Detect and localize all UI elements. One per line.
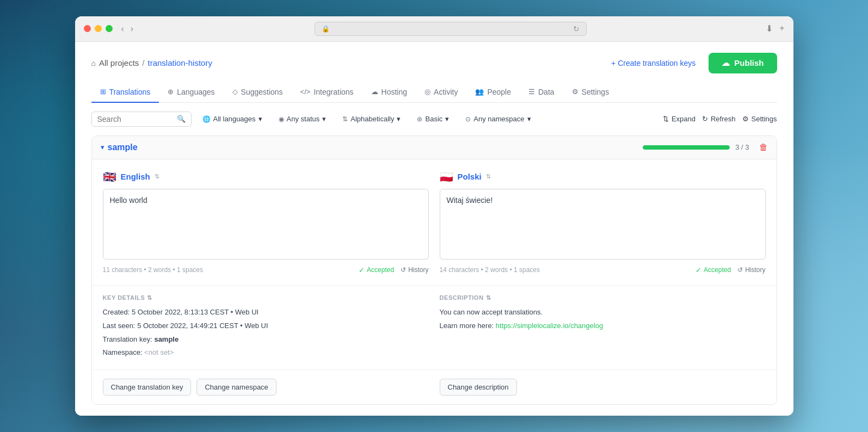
download-icon[interactable]: ⬇ bbox=[766, 23, 773, 34]
english-history-link[interactable]: ↺ History bbox=[401, 266, 428, 274]
data-tab-icon: ☰ bbox=[528, 88, 535, 96]
back-button[interactable]: ‹ bbox=[119, 23, 126, 35]
all-projects-link[interactable]: All projects bbox=[99, 58, 139, 67]
tab-data[interactable]: ☰ Data bbox=[520, 82, 563, 103]
settings-label: Settings bbox=[752, 115, 777, 123]
section-toggle-icon[interactable]: ▾ bbox=[101, 143, 104, 151]
english-chevron-icon[interactable]: ⇅ bbox=[155, 173, 159, 180]
polish-stats: 14 characters • 2 words • 1 spaces bbox=[440, 266, 696, 274]
integrations-tab-label: Integrations bbox=[313, 88, 353, 96]
browser-chrome: ‹ › 🔒 ↻ ⬇ + bbox=[75, 16, 793, 42]
browser-actions: ⬇ + bbox=[766, 23, 784, 34]
change-description-button[interactable]: Change description bbox=[440, 379, 517, 396]
app-content: ⌂ All projects / translation-history + C… bbox=[75, 42, 793, 416]
all-languages-filter[interactable]: 🌐 All languages ▾ bbox=[197, 112, 268, 126]
publish-label: Publish bbox=[734, 58, 764, 67]
any-status-label: Any status bbox=[287, 115, 320, 123]
translation-section: ▾ sample 3 / 3 🗑 🇬🇧 English bbox=[91, 135, 777, 405]
created-detail: Created: 5 October 2022, 8:13:13 CEST • … bbox=[103, 307, 429, 318]
polish-chevron-icon[interactable]: ⇅ bbox=[486, 173, 491, 180]
any-status-filter[interactable]: ◉ Any status ▾ bbox=[273, 112, 332, 126]
description-chevron-icon: ⇅ bbox=[486, 294, 491, 301]
tab-settings[interactable]: ⚙ Settings bbox=[563, 82, 618, 103]
tab-translations[interactable]: ⊞ Translations bbox=[91, 82, 159, 103]
namespace-chevron-icon: ▾ bbox=[527, 115, 531, 123]
search-input[interactable] bbox=[97, 115, 174, 124]
translations-tab-icon: ⊞ bbox=[100, 88, 106, 96]
tab-activity[interactable]: ◎ Activity bbox=[416, 82, 466, 103]
hosting-tab-icon: ☁ bbox=[371, 88, 378, 96]
url-bar-container: 🔒 ↻ bbox=[142, 22, 759, 36]
basic-chevron-icon: ▾ bbox=[445, 115, 449, 123]
polish-flag: 🇵🇱 bbox=[440, 170, 453, 183]
browser-window: ‹ › 🔒 ↻ ⬇ + ⌂ All projects / translation… bbox=[75, 16, 793, 416]
people-tab-icon: 👥 bbox=[475, 88, 484, 96]
publish-button[interactable]: ☁ Publish bbox=[709, 53, 777, 73]
settings-icon: ⚙ bbox=[742, 115, 749, 123]
tab-hosting[interactable]: ☁ Hosting bbox=[362, 82, 416, 103]
create-keys-button[interactable]: + Create translation keys bbox=[605, 55, 702, 71]
description-link[interactable]: https://simplelocalize.io/changelog bbox=[496, 322, 603, 330]
change-translation-key-button[interactable]: Change translation key bbox=[103, 379, 192, 396]
alphabetically-label: Alphabetically bbox=[350, 115, 394, 123]
polish-translation-input[interactable]: Witaj świecie! bbox=[440, 189, 766, 260]
english-column: 🇬🇧 English ⇅ Hello world 11 characters •… bbox=[103, 170, 429, 274]
english-history-icon: ↺ bbox=[401, 266, 406, 274]
polish-history-icon: ↺ bbox=[737, 266, 743, 274]
delete-section-icon[interactable]: 🗑 bbox=[759, 143, 768, 152]
new-tab-icon[interactable]: + bbox=[779, 23, 784, 34]
minimize-button[interactable] bbox=[95, 25, 102, 32]
basic-filter-icon: ⊛ bbox=[417, 115, 422, 123]
description-title: DESCRIPTION ⇅ bbox=[440, 294, 766, 301]
basic-label: Basic bbox=[425, 115, 442, 123]
any-namespace-filter[interactable]: ⊙ Any namespace ▾ bbox=[460, 112, 536, 126]
alphabetically-filter[interactable]: ⇅ Alphabetically ▾ bbox=[337, 112, 406, 126]
change-namespace-button[interactable]: Change namespace bbox=[196, 379, 276, 396]
polish-history-link[interactable]: ↺ History bbox=[737, 266, 765, 274]
tab-people[interactable]: 👥 People bbox=[466, 82, 520, 103]
english-language-name: English bbox=[121, 172, 150, 181]
english-accepted-badge: ✓ Accepted bbox=[359, 266, 394, 274]
last-seen-value: 5 October 2022, 14:49:21 CEST • Web UI bbox=[137, 322, 268, 330]
english-translation-input[interactable]: Hello world bbox=[103, 189, 429, 260]
tab-languages[interactable]: ⊕ Languages bbox=[159, 82, 223, 103]
refresh-icon[interactable]: ↻ bbox=[573, 24, 580, 33]
key-details-chevron-icon: ⇅ bbox=[147, 294, 152, 301]
expand-button[interactable]: ⇅ Expand bbox=[663, 115, 695, 123]
last-seen-label: Last seen: bbox=[103, 322, 136, 330]
refresh-label: Refresh bbox=[711, 115, 736, 123]
close-button[interactable] bbox=[84, 25, 91, 32]
settings-tab-label: Settings bbox=[582, 88, 610, 96]
tab-suggestions[interactable]: ◇ Suggestions bbox=[224, 82, 292, 103]
english-stats: 11 characters • 2 words • 1 spaces bbox=[103, 266, 359, 274]
filter-bar: 🔍 🌐 All languages ▾ ◉ Any status ▾ ⇅ Alp… bbox=[91, 112, 777, 127]
right-action-buttons: Change description bbox=[440, 379, 766, 396]
translation-key-detail: Translation key: sample bbox=[103, 334, 429, 345]
forward-button[interactable]: › bbox=[128, 23, 136, 35]
settings-button[interactable]: ⚙ Settings bbox=[742, 115, 777, 123]
namespace-detail: Namespace: <not set> bbox=[103, 347, 429, 359]
polish-actions: ✓ Accepted ↺ History bbox=[695, 266, 765, 274]
languages-tab-label: Languages bbox=[177, 88, 214, 96]
polish-header: 🇵🇱 Polski ⇅ bbox=[440, 170, 766, 183]
created-value: 5 October 2022, 8:13:13 CEST • Web UI bbox=[132, 308, 258, 316]
filter-right-actions: ⇅ Expand ↻ Refresh ⚙ Settings bbox=[663, 115, 777, 123]
languages-chevron-icon: ▾ bbox=[258, 115, 262, 123]
project-name: translation-history bbox=[148, 58, 212, 67]
status-filter-icon: ◉ bbox=[279, 115, 284, 123]
breadcrumb-separator: / bbox=[142, 58, 144, 67]
languages-tab-icon: ⊕ bbox=[168, 88, 174, 96]
english-check-icon: ✓ bbox=[359, 266, 365, 274]
refresh-button[interactable]: ↻ Refresh bbox=[702, 115, 736, 123]
translation-content: 🇬🇧 English ⇅ Hello world 11 characters •… bbox=[92, 159, 777, 285]
last-seen-detail: Last seen: 5 October 2022, 14:49:21 CEST… bbox=[103, 320, 429, 332]
maximize-button[interactable] bbox=[106, 25, 113, 32]
namespace-value: <not set> bbox=[144, 348, 174, 356]
english-header: 🇬🇧 English ⇅ bbox=[103, 170, 429, 183]
home-icon: ⌂ bbox=[91, 59, 96, 67]
basic-filter[interactable]: ⊛ Basic ▾ bbox=[411, 112, 454, 126]
suggestions-tab-icon: ◇ bbox=[232, 88, 238, 96]
progress-bar-fill bbox=[643, 145, 730, 150]
tab-integrations[interactable]: </> Integrations bbox=[292, 82, 362, 103]
search-box[interactable]: 🔍 bbox=[91, 112, 192, 127]
